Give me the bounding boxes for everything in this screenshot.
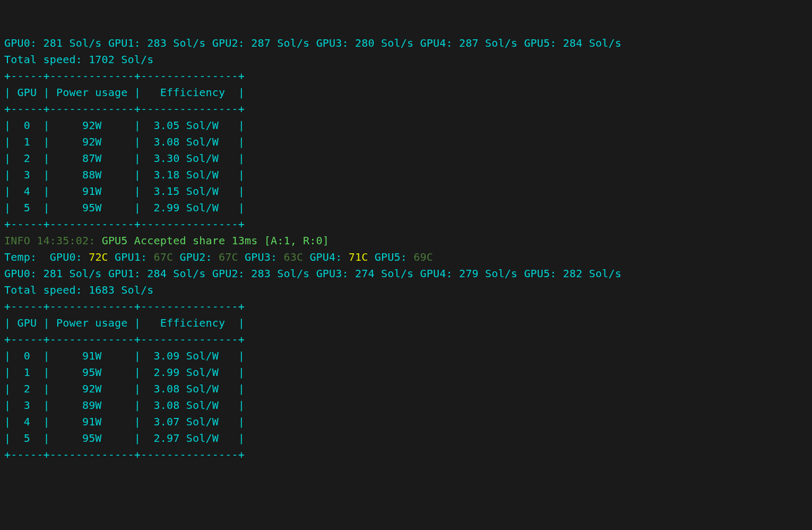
gpu-speed: GPU5: 284 Sol/s	[524, 37, 621, 49]
terminal-output: GPU0: 281 Sol/s GPU1: 283 Sol/s GPU2: 28…	[4, 35, 808, 463]
temp-gpu-label: GPU1:	[108, 251, 154, 263]
temp-value: 67C	[154, 251, 174, 263]
gpu-speed: GPU0: 281 Sol/s	[4, 267, 102, 280]
temp-gpu-label: GPU5:	[368, 251, 414, 263]
table-row: | 5 | 95W | 2.97 Sol/W |	[4, 432, 245, 444]
gpu-speed: GPU5: 282 Sol/s	[524, 267, 621, 280]
temp-gpu-label: GPU0:	[43, 251, 89, 263]
table-row: | 4 | 91W | 3.15 Sol/W |	[4, 185, 245, 198]
log-tag: INFO	[4, 234, 37, 247]
temp-label: Temp:	[4, 251, 43, 263]
gpu-speed: GPU1: 283 Sol/s	[108, 37, 206, 49]
gpu-speed: GPU2: 283 Sol/s	[212, 267, 310, 280]
total-speed: Total speed: 1683 Sol/s	[4, 284, 154, 296]
table-row: | 0 | 92W | 3.05 Sol/W |	[4, 119, 245, 132]
table-border: +-----+-------------+---------------+	[4, 333, 245, 346]
temp-value: 63C	[283, 251, 303, 263]
table-header: | GPU | Power usage | Efficiency |	[4, 317, 245, 329]
gpu-speed: GPU3: 274 Sol/s	[316, 267, 414, 280]
table-row: | 0 | 91W | 3.09 Sol/W |	[4, 349, 245, 362]
table-border: +-----+-------------+---------------+	[4, 218, 245, 230]
log-time: 14:35:02:	[37, 234, 101, 247]
table-row: | 2 | 92W | 3.08 Sol/W |	[4, 382, 245, 395]
temp-value: 69C	[413, 251, 433, 263]
table-row: | 3 | 88W | 3.18 Sol/W |	[4, 168, 245, 181]
table-border: +-----+-------------+---------------+	[4, 448, 245, 461]
temp-gpu-label: GPU3:	[238, 251, 284, 263]
temp-value: 72C	[89, 251, 108, 263]
temp-gpu-label: GPU4:	[303, 251, 349, 263]
table-border: +-----+-------------+---------------+	[4, 70, 245, 82]
log-msg: GPU5 Accepted share 13ms [A:1, R:0]	[102, 234, 329, 247]
gpu-speed: GPU1: 284 Sol/s	[108, 267, 206, 280]
gpu-speed: GPU2: 287 Sol/s	[212, 37, 310, 49]
temp-gpu-label: GPU2:	[173, 251, 219, 263]
table-row: | 5 | 95W | 2.99 Sol/W |	[4, 201, 245, 214]
gpu-speed: GPU0: 281 Sol/s	[4, 37, 102, 49]
table-border: +-----+-------------+---------------+	[4, 300, 245, 313]
table-border: +-----+-------------+---------------+	[4, 102, 245, 115]
table-header: | GPU | Power usage | Efficiency |	[4, 86, 245, 99]
table-row: | 4 | 91W | 3.07 Sol/W |	[4, 415, 245, 428]
gpu-speed: GPU4: 279 Sol/s	[420, 267, 518, 280]
table-row: | 1 | 95W | 2.99 Sol/W |	[4, 366, 245, 379]
temp-value: 67C	[219, 251, 238, 263]
table-row: | 1 | 92W | 3.08 Sol/W |	[4, 135, 245, 148]
table-row: | 2 | 87W | 3.30 Sol/W |	[4, 152, 245, 165]
temp-value: 71C	[349, 251, 368, 263]
table-row: | 3 | 89W | 3.08 Sol/W |	[4, 399, 245, 412]
gpu-speed: GPU4: 287 Sol/s	[420, 37, 518, 49]
gpu-speed: GPU3: 280 Sol/s	[316, 37, 414, 49]
total-speed: Total speed: 1702 Sol/s	[4, 53, 154, 66]
